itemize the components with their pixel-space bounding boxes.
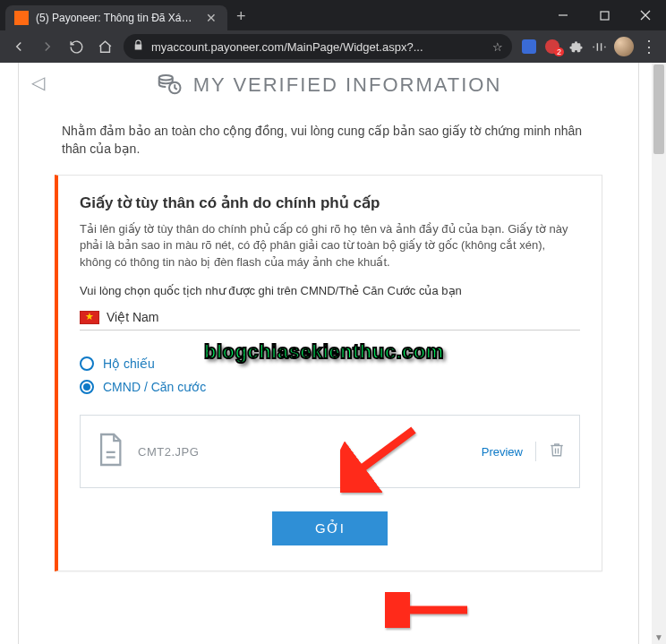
nationality-label: Vui lòng chọn quốc tịch như được ghi trê… <box>80 284 580 297</box>
svg-rect-1 <box>601 12 609 20</box>
window-controls <box>542 0 666 30</box>
vietnam-flag-icon <box>80 311 99 324</box>
scrollbar-track[interactable]: ▲ ▼ <box>652 63 666 644</box>
address-bar[interactable]: myaccount.payoneer.com/MainPage/Widget.a… <box>124 34 512 59</box>
file-name: CMT2.JPG <box>138 445 469 459</box>
nav-back-button[interactable] <box>5 33 32 60</box>
window-titlebar: (5) Payoneer: Thông tin Đã Xác m ✕ + <box>0 0 666 30</box>
extensions-puzzle-icon[interactable] <box>568 39 584 55</box>
extension-icon[interactable] <box>521 39 537 55</box>
browser-menu-icon[interactable]: ⋮ <box>641 39 657 55</box>
card-description: Tải lên giấy tờ tùy thân do chính phủ cấ… <box>80 221 580 272</box>
lock-icon <box>132 39 144 54</box>
extensions-area: 2 ⋮ <box>517 37 661 56</box>
back-triangle-icon[interactable]: ◁ <box>31 72 45 93</box>
extension-icon[interactable]: 2 <box>544 39 560 55</box>
country-name: Việt Nam <box>107 310 159 324</box>
document-icon <box>95 432 125 471</box>
radio-label: CMND / Căn cước <box>103 380 206 394</box>
browser-toolbar: myaccount.payoneer.com/MainPage/Widget.a… <box>0 30 666 63</box>
delete-file-button[interactable] <box>549 441 565 462</box>
radio-label: Hộ chiếu <box>103 356 155 371</box>
reload-button[interactable] <box>63 33 90 60</box>
close-tab-icon[interactable]: ✕ <box>202 11 220 25</box>
minimize-button[interactable] <box>542 0 584 30</box>
profile-avatar[interactable] <box>614 37 634 56</box>
page-content: ◁ MY VERIFIED INFORMATION Nhằm đảm bảo a… <box>18 63 639 644</box>
media-control-icon[interactable] <box>591 39 607 55</box>
browser-tab[interactable]: (5) Payoneer: Thông tin Đã Xác m ✕ <box>5 5 227 30</box>
divider <box>535 442 536 461</box>
country-select[interactable]: Việt Nam <box>80 306 580 331</box>
favicon-icon <box>14 11 29 25</box>
page-header: ◁ MY VERIFIED INFORMATION <box>19 63 638 115</box>
home-button[interactable] <box>91 33 118 60</box>
card-heading: Giấy tờ tùy thân có ảnh do chính phủ cấp <box>80 193 580 212</box>
preview-link[interactable]: Preview <box>482 445 523 459</box>
radio-icon <box>80 380 94 394</box>
intro-text: Nhằm đảm bảo an toàn cho cộng đồng, vui … <box>19 115 638 175</box>
scrollbar-thumb[interactable] <box>653 64 664 154</box>
uploaded-file-box: CMT2.JPG Preview <box>80 415 580 488</box>
close-window-button[interactable] <box>625 0 666 30</box>
svg-point-4 <box>158 75 172 81</box>
nav-forward-button[interactable] <box>34 33 61 60</box>
maximize-button[interactable] <box>584 0 625 30</box>
url-text: myaccount.payoneer.com/MainPage/Widget.a… <box>151 40 485 54</box>
radio-passport[interactable]: Hộ chiếu <box>80 352 580 375</box>
new-tab-button[interactable]: + <box>227 0 255 30</box>
id-upload-card: Giấy tờ tùy thân có ảnh do chính phủ cấp… <box>55 175 602 572</box>
submit-button[interactable]: GỞI <box>272 511 388 545</box>
bookmark-star-icon[interactable]: ☆ <box>492 40 503 54</box>
tab-title: (5) Payoneer: Thông tin Đã Xác m <box>36 12 195 24</box>
page-title: MY VERIFIED INFORMATION <box>193 73 502 97</box>
page-viewport: ◁ MY VERIFIED INFORMATION Nhằm đảm bảo a… <box>0 63 666 644</box>
doc-type-radios: Hộ chiếu CMND / Căn cước <box>80 352 580 399</box>
radio-idcard[interactable]: CMND / Căn cước <box>80 375 580 399</box>
coins-icon <box>156 70 183 100</box>
radio-icon <box>80 356 94 371</box>
scroll-down-icon[interactable]: ▼ <box>652 630 666 644</box>
